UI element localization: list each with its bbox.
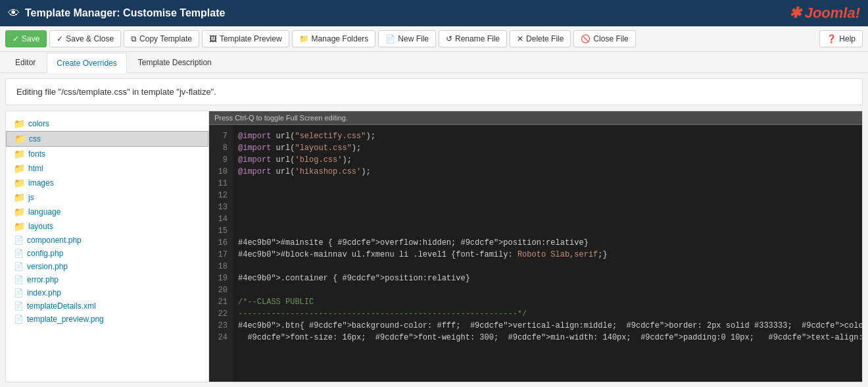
file-icon: 📄 [14, 275, 24, 284]
line-number: 20 [214, 284, 228, 296]
item-name: template_preview.png [27, 315, 104, 324]
editor-notice: Press Ctrl-Q to toggle Full Screen editi… [209, 111, 862, 125]
line-number: 21 [214, 296, 228, 308]
file-item[interactable]: 📄template_preview.png [6, 313, 208, 326]
help-button[interactable]: ❓ Help [819, 30, 863, 47]
file-item[interactable]: 📄component.php [6, 234, 208, 247]
code-line [238, 178, 857, 190]
new-file-button[interactable]: 📄 New File [378, 30, 436, 47]
item-name: html [28, 164, 43, 173]
item-name: fonts [28, 149, 45, 159]
page-title: Template Manager: Customise Template [25, 7, 789, 19]
item-name: language [28, 207, 60, 217]
file-item[interactable]: 📄version.php [6, 260, 208, 273]
code-line: @import url('blog.css'); [238, 154, 857, 166]
item-name: config.php [27, 249, 63, 258]
folder-item[interactable]: 📁js [6, 190, 208, 205]
file-icon: 📄 [14, 315, 24, 324]
line-number: 18 [214, 261, 228, 272]
new-file-icon: 📄 [385, 34, 395, 43]
line-number: 8 [214, 142, 228, 154]
code-line [238, 261, 857, 272]
tab-editor[interactable]: Editor [5, 52, 45, 72]
code-line: #4ec9b0">#mainsite { #9cdcfe">overflow:h… [238, 237, 857, 249]
save-close-check-icon: ✓ [57, 34, 63, 43]
folder-icon: 📁 [14, 134, 26, 144]
code-line: /*--CLASS PUBLIC [238, 296, 857, 308]
item-name: error.php [27, 275, 59, 284]
item-name: index.php [27, 288, 61, 297]
save-close-button[interactable]: ✓ Save & Close [49, 30, 121, 47]
line-number: 24 [214, 332, 228, 344]
rename-icon: ↺ [446, 34, 452, 43]
close-file-button[interactable]: 🚫 Close File [573, 30, 635, 47]
template-preview-button[interactable]: 🖼 Template Preview [202, 30, 289, 47]
folder-item[interactable]: 📁language [6, 205, 208, 219]
main-content: 📁colors📁css📁fonts📁html📁images📁js📁languag… [5, 111, 863, 382]
folder-icon: 📁 [299, 34, 309, 43]
code-line [238, 190, 857, 201]
toolbar: ✓ Save ✓ Save & Close ⧉ Copy Template 🖼 … [0, 26, 868, 52]
preview-icon: 🖼 [209, 34, 217, 43]
file-item[interactable]: 📄error.php [6, 273, 208, 286]
code-line: ----------------------------------------… [238, 308, 857, 320]
tabs-bar: Editor Create Overrides Template Descrip… [0, 52, 868, 73]
folder-icon: 📁 [14, 118, 25, 129]
line-number: 19 [214, 272, 228, 284]
line-number: 23 [214, 320, 228, 332]
file-icon: 📄 [14, 249, 24, 258]
code-line [238, 284, 857, 296]
line-number: 22 [214, 308, 228, 320]
file-item[interactable]: 📄index.php [6, 286, 208, 299]
item-name: layouts [28, 222, 53, 231]
line-number: 13 [214, 201, 228, 213]
file-tree: 📁colors📁css📁fonts📁html📁images📁js📁languag… [5, 111, 209, 382]
code-line [238, 225, 857, 237]
line-numbers: 789101112131415161718192021222324 [209, 125, 233, 382]
line-number: 14 [214, 213, 228, 225]
code-line: @import url("layout.css"); [238, 142, 857, 154]
copy-icon: ⧉ [131, 34, 137, 43]
manage-folders-button[interactable]: 📁 Manage Folders [292, 30, 376, 47]
tab-template-description[interactable]: Template Description [128, 52, 222, 72]
code-line: #4ec9b0">#block-mainnav ul.fxmenu li .le… [238, 249, 857, 261]
code-container[interactable]: 789101112131415161718192021222324 @impor… [209, 125, 862, 382]
editor-area[interactable]: Press Ctrl-Q to toggle Full Screen editi… [209, 111, 863, 382]
delete-icon: ✕ [517, 34, 523, 43]
file-icon: 📄 [14, 288, 24, 297]
item-name: templateDetails.xml [27, 301, 96, 311]
save-button[interactable]: ✓ Save [5, 30, 47, 47]
item-name: component.php [27, 236, 82, 245]
line-number: 7 [214, 130, 228, 142]
folder-item[interactable]: 📁images [6, 176, 208, 190]
item-name: version.php [27, 262, 68, 271]
folder-icon: 📁 [14, 207, 25, 217]
folder-icon: 📁 [14, 221, 25, 232]
tab-create-overrides[interactable]: Create Overrides [47, 53, 126, 73]
code-line [238, 201, 857, 213]
line-number: 17 [214, 249, 228, 261]
info-bar: Editing file "/css/template.css" in temp… [5, 78, 863, 105]
folder-item[interactable]: 📁html [6, 161, 208, 176]
folder-item[interactable]: 📁colors [6, 116, 208, 131]
file-icon: 📄 [14, 236, 24, 245]
code-line: @import url("selectify.css"); [238, 130, 857, 142]
item-name: images [28, 178, 54, 188]
copy-template-button[interactable]: ⧉ Copy Template [124, 30, 199, 47]
delete-file-button[interactable]: ✕ Delete File [510, 30, 571, 47]
help-icon: ❓ [827, 34, 836, 43]
file-item[interactable]: 📄config.php [6, 247, 208, 260]
folder-item[interactable]: 📁fonts [6, 147, 208, 161]
folder-item[interactable]: 📁css [6, 131, 208, 147]
file-icon: 📄 [14, 262, 24, 271]
folder-icon: 📁 [14, 192, 25, 203]
rename-file-button[interactable]: ↺ Rename File [439, 30, 507, 47]
code-content[interactable]: @import url("selectify.css");@import url… [233, 125, 862, 382]
item-name: js [28, 193, 34, 202]
folder-icon: 📁 [14, 178, 25, 188]
file-item[interactable]: 📄templateDetails.xml [6, 299, 208, 313]
folder-item[interactable]: 📁layouts [6, 219, 208, 234]
item-name: css [29, 134, 41, 143]
line-number: 15 [214, 225, 228, 237]
item-name: colors [28, 119, 49, 128]
